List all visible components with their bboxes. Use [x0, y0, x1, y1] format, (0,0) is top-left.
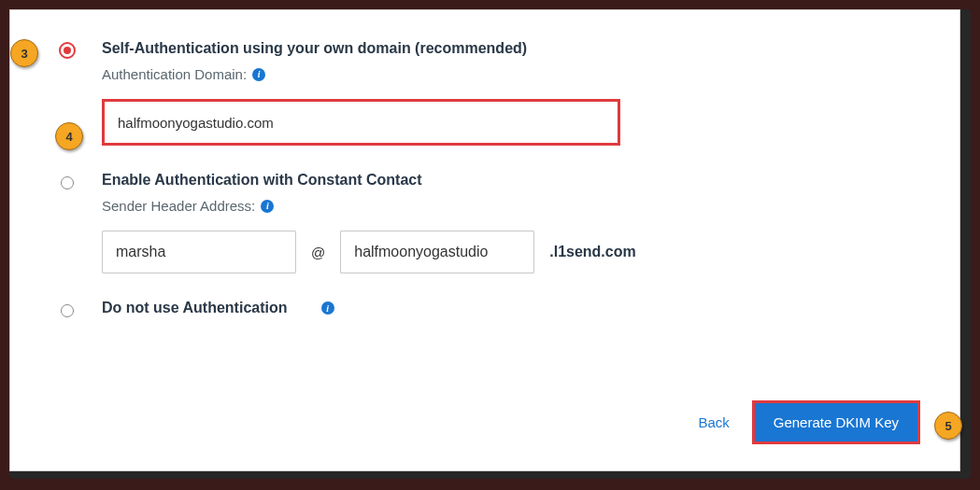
radio-no-auth[interactable]: [61, 304, 74, 317]
cc-auth-title: Enable Authentication with Constant Cont…: [102, 172, 931, 189]
generate-dkim-button[interactable]: Generate DKIM Key: [752, 400, 920, 444]
step-marker-3: 3: [10, 39, 38, 67]
info-icon[interactable]: i: [252, 68, 265, 81]
sender-user-input[interactable]: [102, 231, 296, 273]
back-link[interactable]: Back: [698, 414, 729, 430]
radio-self-auth[interactable]: [59, 42, 76, 59]
radio-constant-contact[interactable]: [61, 176, 74, 189]
option-self-auth: Self-Authentication using your own domai…: [57, 40, 931, 146]
auth-options-card: Self-Authentication using your own domai…: [9, 9, 960, 471]
info-icon[interactable]: i: [321, 301, 334, 315]
step-marker-5: 5: [934, 412, 962, 440]
at-symbol: @: [311, 245, 325, 260]
action-row: Back Generate DKIM Key: [698, 400, 920, 444]
self-auth-title: Self-Authentication using your own domai…: [102, 40, 931, 57]
radio-selected-dot-icon: [64, 47, 71, 54]
info-icon[interactable]: i: [261, 200, 274, 213]
sender-subdomain-input[interactable]: [340, 231, 534, 273]
option-constant-contact: Enable Authentication with Constant Cont…: [57, 172, 931, 273]
step-marker-4: 4: [55, 122, 83, 150]
self-auth-sublabel: Authentication Domain:: [102, 66, 247, 82]
no-auth-title: Do not use Authentication: [102, 300, 288, 316]
sender-domain-suffix: .l1send.com: [549, 244, 635, 260]
option-no-auth: Do not use Authentication i: [57, 300, 931, 317]
cc-auth-sublabel: Sender Header Address:: [102, 198, 255, 214]
authentication-domain-input[interactable]: [102, 99, 620, 146]
